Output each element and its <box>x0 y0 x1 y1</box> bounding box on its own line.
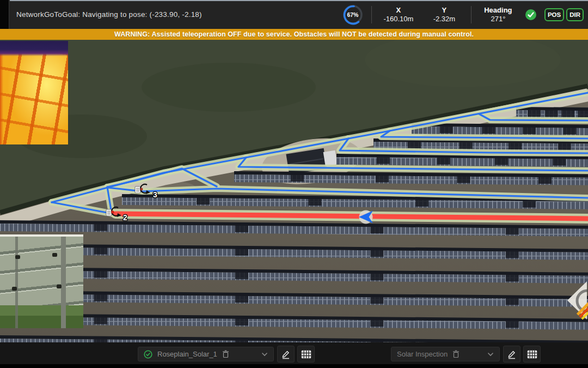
warning-text: WARNING: Assisted teleoperation OFF due … <box>114 31 474 38</box>
bottom-toolbar: Roseplain_Solar_1 <box>0 342 588 368</box>
map-view[interactable]: 2 3 <box>0 0 588 368</box>
edit-pencil-icon <box>281 349 291 359</box>
mission-selector-value: Solar Inspection <box>397 350 448 358</box>
x-label: X <box>396 6 401 15</box>
telemetry-heading: Heading 271° <box>479 6 517 23</box>
panel-junction-box <box>12 287 17 291</box>
panel-junction-box <box>57 285 62 288</box>
telemetry-y: Y -2.32m <box>425 6 463 23</box>
trash-icon[interactable] <box>222 350 229 358</box>
dir-button[interactable]: DIR <box>566 8 584 21</box>
navigation-status-text: NetworkGoToGoal: Navigating to pose: (-2… <box>16 10 202 19</box>
trash-icon[interactable] <box>452 350 460 358</box>
grid-icon <box>527 350 537 359</box>
teleoperation-app: 2 3 <box>0 0 588 368</box>
check-circle-icon <box>144 350 152 359</box>
mission-grid-button[interactable] <box>523 346 541 363</box>
pos-button[interactable]: POS <box>544 8 564 21</box>
heading-value: 271° <box>491 15 505 23</box>
divider <box>371 6 372 23</box>
map-selector-dropdown[interactable]: Roseplain_Solar_1 <box>138 347 274 361</box>
sidebar-edge <box>0 0 9 29</box>
status-ok-check-icon <box>525 9 537 21</box>
telemetry-x: X -160.10m <box>379 6 418 23</box>
divider <box>471 6 471 23</box>
waypoint-label: 2 <box>123 213 127 222</box>
panel-junction-box <box>52 253 57 257</box>
warning-banner: WARNING: Assisted teleoperation OFF due … <box>0 29 588 40</box>
map-selector-value: Roseplain_Solar_1 <box>157 350 217 358</box>
x-value: -160.10m <box>383 15 413 23</box>
top-status-bar: NetworkGoToGoal: Navigating to pose: (-2… <box>0 0 588 29</box>
mission-selector-dropdown[interactable]: Solar Inspection <box>391 347 500 361</box>
chevron-down-icon <box>487 352 494 357</box>
waypoint-label: 3 <box>153 190 157 199</box>
y-label: Y <box>442 6 447 15</box>
panel-junction-box <box>15 255 20 259</box>
battery-percent: 67% <box>342 4 364 26</box>
edit-map-button[interactable] <box>277 346 295 363</box>
thermal-camera-feed[interactable] <box>0 41 68 144</box>
y-value: -2.32m <box>433 15 455 23</box>
chevron-down-icon <box>261 352 268 357</box>
grid-icon <box>301 350 311 359</box>
map-grid-button[interactable] <box>297 346 315 363</box>
battery-indicator: 67% <box>342 4 364 26</box>
rgb-camera-feed[interactable] <box>0 234 83 328</box>
edit-pencil-icon <box>507 349 517 359</box>
heading-label: Heading <box>484 6 512 15</box>
edit-mission-button[interactable] <box>503 346 520 363</box>
